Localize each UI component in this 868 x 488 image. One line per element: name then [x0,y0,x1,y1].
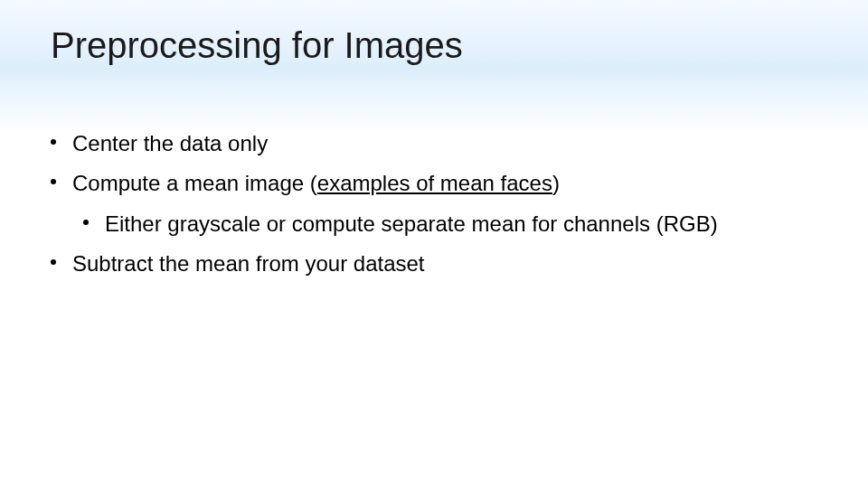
bullet-text: Center the data only [72,127,817,161]
bullet-item: Center the data only [51,127,817,161]
bullet-text: Either grayscale or compute separate mea… [105,207,817,241]
bullet-text: Compute a mean image (examples of mean f… [72,166,817,201]
bullet-icon [51,179,56,184]
bullet-icon [51,259,56,265]
mean-faces-link[interactable]: examples of mean faces [317,171,552,195]
bullet-prefix: Compute a mean image ( [72,171,317,195]
bullet-item: Subtract the mean from your dataset [51,247,817,281]
bullet-text: Subtract the mean from your dataset [72,247,817,281]
slide: Preprocessing for Images Center the data… [0,0,868,488]
bullet-item: Compute a mean image (examples of mean f… [51,166,817,201]
bullet-suffix: ) [552,171,560,195]
slide-content: Center the data only Compute a mean imag… [51,127,817,287]
bullet-icon [83,220,89,225]
bullet-icon [51,139,56,145]
bullet-item: Either grayscale or compute separate mea… [51,207,817,241]
slide-title: Preprocessing for Images [51,25,463,66]
